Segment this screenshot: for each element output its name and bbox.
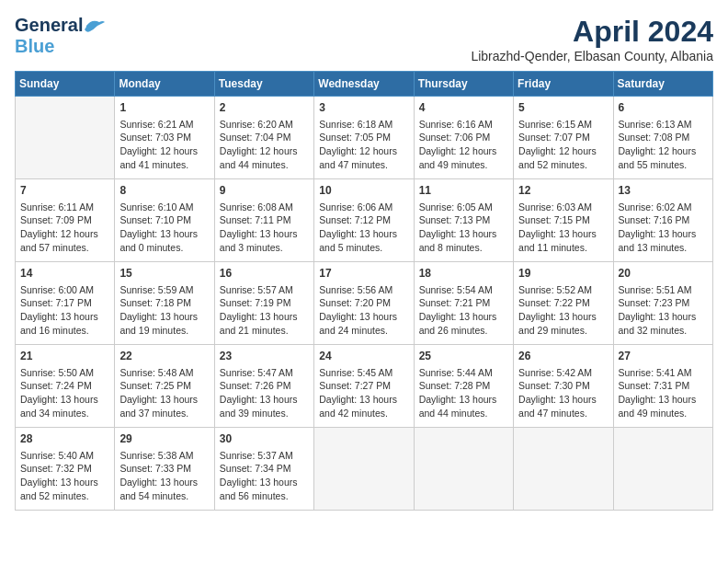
- sunset-label: Sunset: 7:11 PM: [220, 214, 291, 225]
- sunrise-label: Sunrise: 5:41 AM: [619, 367, 692, 378]
- calendar-cell: 19Sunrise: 5:52 AMSunset: 7:22 PMDayligh…: [514, 262, 613, 345]
- day-number: 7: [20, 183, 109, 199]
- daylight-label: Daylight: 13 hours and 5 minutes.: [319, 228, 397, 253]
- daylight-label: Daylight: 13 hours and 52 minutes.: [20, 477, 98, 501]
- sunset-label: Sunset: 7:23 PM: [619, 297, 690, 308]
- daylight-label: Daylight: 12 hours and 47 minutes.: [319, 145, 397, 170]
- logo-general-text: General: [15, 15, 83, 36]
- calendar-cell: 22Sunrise: 5:48 AMSunset: 7:25 PMDayligh…: [115, 345, 214, 428]
- day-number: 26: [518, 349, 608, 364]
- sunrise-label: Sunrise: 5:59 AM: [119, 284, 193, 295]
- sunset-label: Sunset: 7:20 PM: [319, 297, 391, 308]
- sunset-label: Sunset: 7:25 PM: [119, 380, 191, 391]
- calendar-cell: 20Sunrise: 5:51 AMSunset: 7:23 PMDayligh…: [613, 262, 712, 345]
- calendar-cell: 6Sunrise: 6:13 AMSunset: 7:08 PMDaylight…: [613, 97, 712, 179]
- sunset-label: Sunset: 7:28 PM: [419, 380, 491, 391]
- sunset-label: Sunset: 7:13 PM: [419, 214, 491, 225]
- calendar-cell: 16Sunrise: 5:57 AMSunset: 7:19 PMDayligh…: [214, 262, 313, 345]
- daylight-label: Daylight: 13 hours and 34 minutes.: [20, 394, 98, 419]
- sunset-label: Sunset: 7:34 PM: [220, 463, 291, 474]
- sunset-label: Sunset: 7:07 PM: [518, 132, 590, 143]
- daylight-label: Daylight: 13 hours and 19 minutes.: [119, 311, 198, 336]
- daylight-label: Daylight: 12 hours and 49 minutes.: [419, 145, 497, 170]
- sunset-label: Sunset: 7:22 PM: [518, 297, 590, 308]
- calendar-cell: 26Sunrise: 5:42 AMSunset: 7:30 PMDayligh…: [514, 345, 613, 428]
- daylight-label: Daylight: 13 hours and 29 minutes.: [518, 311, 597, 336]
- sunrise-label: Sunrise: 6:13 AM: [619, 119, 692, 130]
- sunset-label: Sunset: 7:31 PM: [619, 380, 690, 391]
- day-number: 1: [119, 100, 209, 116]
- day-number: 21: [20, 349, 109, 364]
- calendar-cell: [16, 97, 115, 179]
- calendar-cell: 4Sunrise: 6:16 AMSunset: 7:06 PMDaylight…: [414, 97, 513, 179]
- daylight-label: Daylight: 13 hours and 44 minutes.: [419, 394, 497, 419]
- day-number: 10: [319, 183, 408, 199]
- sunset-label: Sunset: 7:26 PM: [220, 380, 291, 391]
- sunset-label: Sunset: 7:32 PM: [20, 463, 92, 474]
- sunrise-label: Sunrise: 6:15 AM: [518, 119, 592, 130]
- calendar-cell: 28Sunrise: 5:40 AMSunset: 7:32 PMDayligh…: [16, 428, 115, 511]
- daylight-label: Daylight: 13 hours and 37 minutes.: [119, 394, 198, 419]
- calendar-cell: 13Sunrise: 6:02 AMSunset: 7:16 PMDayligh…: [613, 179, 712, 262]
- calendar-cell: 23Sunrise: 5:47 AMSunset: 7:26 PMDayligh…: [214, 345, 313, 428]
- calendar-cell: 15Sunrise: 5:59 AMSunset: 7:18 PMDayligh…: [115, 262, 214, 345]
- sunset-label: Sunset: 7:30 PM: [518, 380, 590, 391]
- weekday-header-monday: Monday: [115, 72, 214, 97]
- sunrise-label: Sunrise: 6:00 AM: [20, 284, 94, 295]
- month-title: April 2024: [471, 15, 713, 49]
- week-row-4: 21Sunrise: 5:50 AMSunset: 7:24 PMDayligh…: [16, 345, 713, 428]
- calendar-cell: 9Sunrise: 6:08 AMSunset: 7:11 PMDaylight…: [214, 179, 313, 262]
- sunrise-label: Sunrise: 6:02 AM: [619, 201, 692, 213]
- calendar-cell: 3Sunrise: 6:18 AMSunset: 7:05 PMDaylight…: [314, 97, 414, 179]
- sunrise-label: Sunrise: 6:20 AM: [220, 119, 293, 130]
- sunrise-label: Sunrise: 5:54 AM: [419, 284, 493, 295]
- day-number: 18: [419, 266, 508, 282]
- calendar-cell: 2Sunrise: 6:20 AMSunset: 7:04 PMDaylight…: [214, 97, 313, 179]
- sunset-label: Sunset: 7:09 PM: [20, 214, 92, 225]
- calendar-cell: 25Sunrise: 5:44 AMSunset: 7:28 PMDayligh…: [414, 345, 513, 428]
- weekday-header-wednesday: Wednesday: [314, 72, 414, 97]
- day-number: 9: [220, 183, 309, 199]
- calendar-cell: 27Sunrise: 5:41 AMSunset: 7:31 PMDayligh…: [613, 345, 712, 428]
- sunrise-label: Sunrise: 5:37 AM: [220, 450, 293, 461]
- sunrise-label: Sunrise: 6:03 AM: [518, 201, 592, 213]
- sunrise-label: Sunrise: 5:42 AM: [518, 367, 592, 378]
- daylight-label: Daylight: 13 hours and 26 minutes.: [419, 311, 497, 336]
- calendar-cell: [414, 428, 513, 511]
- calendar-cell: 11Sunrise: 6:05 AMSunset: 7:13 PMDayligh…: [414, 179, 513, 262]
- day-number: 25: [419, 349, 508, 364]
- sunrise-label: Sunrise: 5:56 AM: [319, 284, 392, 295]
- daylight-label: Daylight: 13 hours and 16 minutes.: [20, 311, 98, 336]
- sunset-label: Sunset: 7:03 PM: [119, 132, 191, 143]
- sunset-label: Sunset: 7:17 PM: [20, 297, 92, 308]
- calendar-cell: 14Sunrise: 6:00 AMSunset: 7:17 PMDayligh…: [16, 262, 115, 345]
- day-number: 14: [20, 266, 109, 282]
- calendar-cell: 21Sunrise: 5:50 AMSunset: 7:24 PMDayligh…: [16, 345, 115, 428]
- calendar-cell: [613, 428, 712, 511]
- day-number: 12: [518, 183, 608, 199]
- title-block: April 2024 Librazhd-Qender, Elbasan Coun…: [471, 15, 713, 63]
- day-number: 29: [119, 431, 209, 447]
- day-number: 13: [619, 183, 708, 199]
- day-number: 28: [20, 431, 109, 447]
- calendar-table: SundayMondayTuesdayWednesdayThursdayFrid…: [15, 71, 713, 511]
- sunrise-label: Sunrise: 6:05 AM: [419, 201, 493, 213]
- daylight-label: Daylight: 13 hours and 39 minutes.: [220, 394, 298, 419]
- daylight-label: Daylight: 13 hours and 8 minutes.: [419, 228, 497, 253]
- weekday-header-saturday: Saturday: [613, 72, 712, 97]
- sunset-label: Sunset: 7:08 PM: [619, 132, 690, 143]
- sunrise-label: Sunrise: 5:50 AM: [20, 367, 94, 378]
- day-number: 2: [220, 100, 309, 116]
- sunrise-label: Sunrise: 5:44 AM: [419, 367, 493, 378]
- day-number: 30: [220, 431, 309, 447]
- sunset-label: Sunset: 7:19 PM: [220, 297, 291, 308]
- daylight-label: Daylight: 12 hours and 41 minutes.: [119, 145, 198, 170]
- week-row-3: 14Sunrise: 6:00 AMSunset: 7:17 PMDayligh…: [16, 262, 713, 345]
- daylight-label: Daylight: 13 hours and 47 minutes.: [518, 394, 597, 419]
- day-number: 5: [518, 100, 608, 116]
- calendar-cell: 1Sunrise: 6:21 AMSunset: 7:03 PMDaylight…: [115, 97, 214, 179]
- daylight-label: Daylight: 12 hours and 57 minutes.: [20, 228, 98, 253]
- day-number: 11: [419, 183, 508, 199]
- day-number: 27: [619, 349, 708, 364]
- day-number: 23: [220, 349, 309, 364]
